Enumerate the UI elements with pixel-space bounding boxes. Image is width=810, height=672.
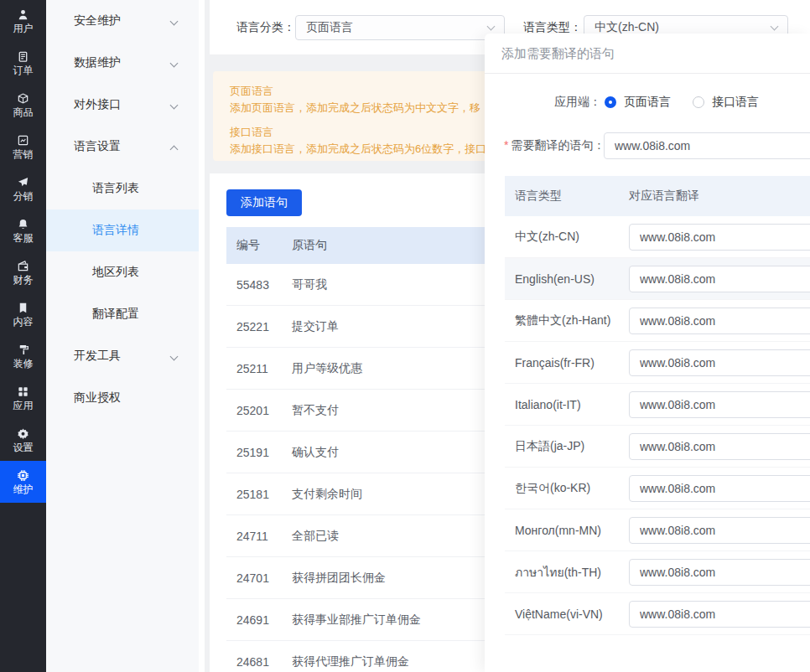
- translation-input[interactable]: [629, 601, 810, 628]
- sidebar-module-label: 设置: [13, 442, 34, 453]
- statement-id: 24681: [226, 655, 292, 669]
- sidebar-menu-item[interactable]: 安全维护: [46, 0, 199, 42]
- radio-option[interactable]: 接口语言: [693, 95, 759, 110]
- content-icon: [17, 302, 29, 314]
- radio-label: 接口语言: [712, 95, 759, 110]
- translations-table-header: 语言类型 对应语言翻译: [505, 176, 810, 216]
- language-type-cell: 日本語(ja-JP): [505, 439, 629, 454]
- language-type-cell: ViệtName(vi-VN): [505, 607, 629, 621]
- sidebar-menu-item[interactable]: 语言列表: [46, 168, 199, 209]
- sidebar-menu-item[interactable]: 地区列表: [46, 251, 199, 293]
- statement-input[interactable]: [604, 132, 810, 159]
- sidebar-menu-item[interactable]: 翻译配置: [46, 293, 199, 335]
- sidebar-module-item[interactable]: 内容: [0, 293, 46, 335]
- chevron-icon: [170, 18, 179, 26]
- add-statement-button[interactable]: 添加语句: [226, 189, 302, 216]
- translation-input[interactable]: [629, 433, 810, 460]
- sidebar-module-label: 营销: [13, 148, 34, 160]
- translation-cell: [629, 391, 810, 418]
- sidebar-menu-label: 商业授权: [74, 390, 121, 406]
- translation-cell: [629, 559, 810, 586]
- sidebar-menu-item[interactable]: 数据维护: [46, 42, 199, 84]
- translation-cell: [629, 475, 810, 502]
- sidebar-menu-label: 开发工具: [74, 349, 121, 364]
- translation-input[interactable]: [629, 475, 810, 502]
- sidebar-menu-item[interactable]: 对外接口: [46, 84, 199, 126]
- sidebar-module-item[interactable]: 用户: [0, 0, 46, 42]
- app-side-row: 应用端： 页面语言 接口语言: [485, 89, 810, 116]
- column-header-language-type: 语言类型: [505, 189, 629, 204]
- statement-id: 25191: [226, 446, 292, 459]
- sidebar-menu-item[interactable]: 商业授权: [46, 377, 199, 419]
- language-type-cell: Монгол(mn-MN): [505, 524, 629, 537]
- language-type-cell: 한국어(ko-KR): [505, 481, 629, 496]
- service-bell-icon: [17, 218, 29, 230]
- sidebar-module-item[interactable]: 客服: [0, 209, 46, 251]
- sidebar-menu-label: 数据维护: [74, 55, 121, 70]
- sidebar-module-label: 客服: [13, 232, 34, 244]
- translation-input[interactable]: [629, 517, 810, 544]
- icon-sidebar: 用户 订单 商品 营销 分销 客服 财务: [0, 0, 46, 672]
- sidebar-module-label: 装修: [13, 358, 34, 370]
- marketing-icon: [17, 134, 29, 147]
- sidebar-module-label: 订单: [13, 65, 34, 76]
- translations-table: 语言类型 对应语言翻译 中文(zh-CN) English(en-US): [505, 176, 810, 635]
- required-mark: *: [504, 138, 508, 152]
- chevron-icon: [170, 101, 179, 110]
- language-category-select[interactable]: 页面语言: [295, 15, 505, 40]
- sidebar-module-item[interactable]: 营销: [0, 126, 46, 168]
- statement-id: 24691: [226, 613, 292, 627]
- language-type-cell: Italiano(it-IT): [505, 398, 629, 411]
- sidebar-menu-item[interactable]: 语言详情: [46, 209, 199, 251]
- sidebar-module-item[interactable]: 设置: [0, 419, 46, 461]
- sidebar-module-item[interactable]: 订单: [0, 42, 46, 84]
- language-type-cell: 中文(zh-CN): [505, 230, 629, 245]
- translation-row: 한국어(ko-KR): [505, 468, 810, 509]
- statement-id: 55483: [226, 278, 292, 292]
- sub-sidebar: 安全维护 数据维护 对外接口 语言设置 语言列表 语言详情 地区列表: [46, 0, 199, 672]
- sidebar-module-item[interactable]: 分销: [0, 168, 46, 209]
- goods-icon: [17, 92, 29, 105]
- sidebar-module-item[interactable]: 装修: [0, 335, 46, 377]
- column-header-id: 编号: [226, 238, 292, 253]
- translation-input[interactable]: [629, 308, 810, 334]
- translation-row: 繁體中文(zh-Hant): [505, 300, 810, 342]
- radio-option[interactable]: 页面语言: [605, 95, 671, 110]
- language-category-value: 页面语言: [306, 20, 353, 35]
- sidebar-menu-label: 语言列表: [92, 181, 139, 196]
- translation-input[interactable]: [629, 559, 810, 586]
- chevron-down-icon: [487, 22, 496, 30]
- statement-id: 25211: [226, 362, 292, 375]
- statement-label-text: 需要翻译的语句：: [511, 138, 605, 152]
- chevron-icon: [170, 146, 179, 154]
- translation-row: Français(fr-FR): [505, 342, 810, 384]
- statement-input-row: *需要翻译的语句：: [485, 132, 810, 159]
- chevron-down-icon: [771, 22, 779, 30]
- sidebar-module-label: 用户: [13, 23, 34, 34]
- sidebar-menu-label: 语言设置: [74, 139, 121, 154]
- statement-id: 24711: [226, 530, 292, 543]
- sidebar-gutter: [199, 0, 205, 672]
- sidebar-module-item[interactable]: 财务: [0, 251, 46, 293]
- drawer-title: 添加需要翻译的语句: [485, 34, 810, 74]
- translation-input[interactable]: [629, 349, 810, 376]
- translation-row: Монгол(mn-MN): [505, 509, 810, 551]
- user-icon: [17, 8, 29, 21]
- sidebar-menu-item[interactable]: 语言设置: [46, 126, 199, 168]
- translation-input[interactable]: [629, 266, 810, 292]
- translation-cell: [629, 433, 810, 460]
- drawer-body: 应用端： 页面语言 接口语言 *需要翻译的语句：: [485, 74, 810, 635]
- translation-row: ภาษาไทย(th-TH): [505, 551, 810, 593]
- sidebar-module-item[interactable]: 商品: [0, 84, 46, 126]
- language-category-label: 语言分类：: [236, 20, 295, 35]
- settings-gear-icon: [17, 427, 29, 440]
- radio-icon[interactable]: [605, 96, 616, 108]
- translation-input[interactable]: [629, 224, 810, 251]
- statement-id: 24701: [226, 571, 292, 585]
- radio-icon[interactable]: [693, 96, 704, 108]
- sidebar-menu-item[interactable]: 开发工具: [46, 335, 199, 377]
- translation-row: ViệtName(vi-VN): [505, 593, 810, 635]
- translation-input[interactable]: [629, 391, 810, 418]
- sidebar-module-item[interactable]: 维护: [0, 461, 46, 503]
- sidebar-module-item[interactable]: 应用: [0, 377, 46, 419]
